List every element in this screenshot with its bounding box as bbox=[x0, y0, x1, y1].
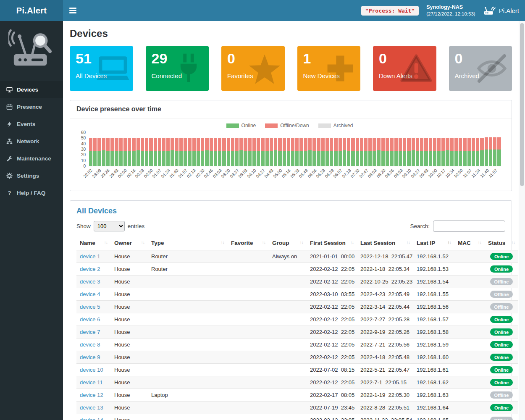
group-cell bbox=[269, 402, 307, 414]
chart-bar bbox=[196, 133, 200, 166]
y-axis-label: 10 bbox=[81, 158, 86, 163]
owner-cell: House bbox=[111, 339, 148, 351]
stat-card-new-devices[interactable]: 1 New Devices bbox=[297, 46, 361, 91]
sidebar-item-label: Maintenance bbox=[17, 155, 51, 162]
x-axis-label: 11:07 bbox=[462, 168, 472, 178]
device-link[interactable]: device 13 bbox=[80, 404, 103, 411]
owner-cell: House bbox=[111, 351, 148, 364]
chart-bar bbox=[471, 133, 475, 166]
x-axis-label: 10:34 bbox=[444, 168, 455, 178]
status-badge: Offline bbox=[490, 417, 513, 420]
column-header-last-session[interactable]: Last Session↑↓ bbox=[357, 236, 413, 250]
device-link[interactable]: device 9 bbox=[80, 354, 100, 360]
x-axis-label: 04:27 bbox=[255, 168, 265, 178]
last-session-cell: 2022-12-18 22:05.47 bbox=[357, 250, 413, 263]
legend-offline-down[interactable]: Offline/Down bbox=[265, 123, 309, 129]
column-header-first-session[interactable]: First Session↑↓ bbox=[307, 236, 357, 250]
chart-bar bbox=[170, 133, 174, 166]
search-input[interactable] bbox=[433, 220, 505, 232]
device-link[interactable]: device 5 bbox=[80, 304, 100, 310]
page-length-select[interactable]: 100 bbox=[94, 221, 125, 231]
y-axis-label: 50 bbox=[81, 136, 86, 140]
status-badge: Offline bbox=[490, 391, 513, 399]
x-axis-label: 05:33 bbox=[289, 168, 300, 178]
chart-bar bbox=[239, 133, 243, 166]
column-header-owner[interactable]: Owner↑↓ bbox=[111, 236, 148, 250]
sidebar-item-network[interactable]: Network bbox=[0, 133, 63, 150]
device-link[interactable]: device 14 bbox=[80, 417, 103, 420]
chart-bar bbox=[265, 133, 269, 166]
legend-archived[interactable]: Archived bbox=[318, 123, 353, 129]
column-header-type[interactable]: Type↑↓ bbox=[148, 236, 228, 250]
star-icon bbox=[248, 52, 281, 85]
device-link[interactable]: device 2 bbox=[80, 266, 100, 272]
last-ip-cell: 192.168.1.55 bbox=[413, 288, 454, 301]
chart-bar bbox=[312, 133, 316, 166]
chart-bar bbox=[183, 133, 187, 166]
warning-icon bbox=[399, 52, 433, 85]
sidebar-item-help-faq[interactable]: ? Help / FAQ bbox=[0, 184, 63, 202]
sidebar-item-events[interactable]: Events bbox=[0, 116, 63, 133]
chart-bar bbox=[123, 133, 127, 166]
vertical-scrollbar[interactable] bbox=[519, 21, 525, 420]
column-header-name[interactable]: Name↑↓ bbox=[76, 236, 111, 250]
device-link[interactable]: device 8 bbox=[80, 341, 100, 348]
chart-bar bbox=[226, 133, 231, 166]
chart-bar bbox=[269, 133, 273, 166]
devices-icon bbox=[6, 87, 13, 93]
last-session-cell: 2022-4-23 22:05.49 bbox=[357, 288, 413, 301]
network-icon bbox=[6, 138, 13, 144]
favorite-cell bbox=[228, 276, 269, 288]
chart-bar bbox=[360, 133, 364, 166]
device-link[interactable]: device 3 bbox=[80, 278, 100, 285]
chart-bar bbox=[493, 133, 497, 166]
device-link[interactable]: device 7 bbox=[80, 329, 100, 335]
chart-bar bbox=[179, 133, 183, 166]
brand-logo[interactable]: Pi.Alert bbox=[0, 0, 63, 21]
column-header-status[interactable]: Status↑↓ bbox=[485, 236, 518, 250]
device-link[interactable]: device 10 bbox=[80, 367, 103, 373]
sidebar-item-maintenance[interactable]: Maintenance bbox=[0, 150, 63, 167]
column-header-group[interactable]: Group↑↓ bbox=[269, 236, 307, 250]
stat-card-connected[interactable]: 29 Connected bbox=[146, 46, 209, 91]
favorite-cell bbox=[228, 389, 269, 402]
legend-online[interactable]: Online bbox=[226, 123, 256, 129]
stat-card-down-alerts[interactable]: 0 Down Alerts bbox=[373, 46, 436, 91]
column-header-last-ip[interactable]: Last IP↑↓ bbox=[413, 236, 454, 250]
chart-bar bbox=[213, 133, 218, 166]
device-link[interactable]: device 12 bbox=[80, 392, 103, 398]
header-brand[interactable]: Pi.Alert bbox=[483, 5, 519, 16]
chart-bar bbox=[480, 133, 484, 166]
chart-bar bbox=[389, 133, 394, 166]
column-header-favorite[interactable]: Favorite↑↓ bbox=[228, 236, 269, 250]
stat-card-archived[interactable]: 0 Archived bbox=[449, 46, 512, 91]
stat-card-favorites[interactable]: 0 Favorites bbox=[221, 46, 285, 91]
sidebar-item-devices[interactable]: Devices bbox=[0, 81, 63, 98]
type-cell bbox=[148, 313, 228, 326]
device-link[interactable]: device 11 bbox=[80, 379, 103, 386]
status-badge: Online bbox=[490, 379, 513, 386]
sidebar-item-presence[interactable]: Presence bbox=[0, 98, 63, 116]
search-label: Search: bbox=[410, 223, 430, 229]
sort-icon: ↑↓ bbox=[478, 240, 482, 245]
chart-bar bbox=[153, 133, 158, 166]
chart-plot-area: 0102030405060 bbox=[88, 133, 501, 166]
sidebar-item-label: Network bbox=[17, 138, 39, 144]
chart-bar bbox=[338, 133, 342, 166]
type-cell bbox=[148, 376, 228, 389]
chart-bar bbox=[291, 133, 295, 166]
last-ip-cell: 192.168.1.53 bbox=[413, 263, 454, 276]
x-axis-label: 06:57 bbox=[333, 168, 343, 178]
page-title: Devices bbox=[70, 28, 512, 39]
device-link[interactable]: device 4 bbox=[80, 291, 100, 297]
device-link[interactable]: device 6 bbox=[80, 316, 100, 323]
sidebar-item-settings[interactable]: Settings bbox=[0, 167, 63, 184]
scrollbar-thumb[interactable] bbox=[520, 23, 524, 186]
chart-bar bbox=[364, 133, 368, 166]
chart-bar bbox=[144, 133, 149, 166]
column-header-mac[interactable]: MAC↑↓ bbox=[454, 236, 485, 250]
stat-card-all-devices[interactable]: 51 All Devices bbox=[70, 46, 133, 91]
device-link[interactable]: device 1 bbox=[80, 253, 100, 260]
sidebar-toggle-button[interactable] bbox=[63, 0, 82, 21]
plug-icon bbox=[172, 52, 205, 85]
